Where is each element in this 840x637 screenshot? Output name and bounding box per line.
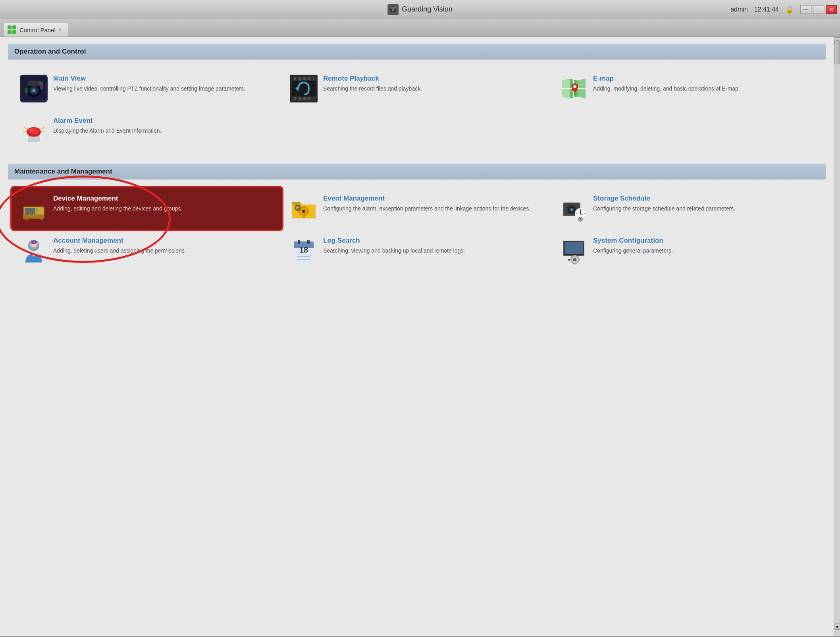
svg-point-15: [40, 83, 43, 90]
svg-rect-54: [25, 218, 28, 220]
svg-point-103: [573, 258, 576, 261]
svg-point-42: [30, 129, 33, 131]
svg-rect-21: [299, 77, 301, 80]
account-management-desc: Adding, deleting users and assigning the…: [53, 247, 274, 255]
log-search-title: Log Search: [323, 237, 544, 245]
remote-playback-text: Remote Playback Searching the record fil…: [323, 75, 544, 93]
svg-rect-5: [395, 7, 397, 8]
main-view-text: Main View Viewing live video, controllin…: [53, 75, 274, 93]
svg-rect-61: [302, 216, 305, 218]
tab-bar: Control Panel ×: [0, 19, 840, 37]
alarm-event-icon: [20, 117, 48, 145]
svg-point-3: [392, 9, 394, 11]
system-configuration-item[interactable]: System Configuration Configuring general…: [552, 230, 822, 272]
remote-playback-icon: [290, 75, 318, 102]
emap-title: E-map: [593, 75, 814, 83]
remote-playback-title: Remote Playback: [323, 75, 544, 83]
storage-schedule-item[interactable]: Storage Schedule Configuring the storage…: [552, 187, 822, 230]
svg-point-87: [31, 240, 37, 244]
svg-rect-55: [40, 218, 43, 220]
svg-rect-105: [574, 264, 576, 264]
app-title: Guarding Vision: [402, 5, 453, 14]
svg-point-83: [580, 218, 581, 220]
account-management-item[interactable]: Account Management Adding, deleting user…: [12, 230, 282, 272]
svg-point-59: [302, 210, 305, 213]
maintenance-items-grid: Device Management Adding, editing and de…: [8, 187, 826, 272]
svg-rect-50: [25, 208, 35, 214]
svg-rect-24: [313, 77, 314, 80]
system-configuration-desc: Configuring general parameters.: [593, 247, 814, 255]
svg-rect-91: [298, 240, 300, 244]
svg-rect-22: [303, 77, 306, 80]
storage-schedule-title: Storage Schedule: [593, 195, 814, 203]
svg-rect-23: [308, 77, 310, 80]
system-configuration-title: System Configuration: [593, 237, 814, 245]
log-search-desc: Searching, viewing and backing up local …: [323, 247, 544, 255]
device-management-icon: [20, 195, 48, 222]
title-bar-right: admin 12:41:44 🔒 — □ ✕: [730, 5, 837, 14]
svg-point-11: [33, 89, 35, 92]
storage-schedule-text: Storage Schedule Configuring the storage…: [593, 195, 814, 213]
scrollbar-down-button[interactable]: ▼: [834, 623, 840, 630]
svg-rect-47: [26, 137, 42, 138]
device-management-item[interactable]: Device Management Adding, editing and de…: [12, 187, 282, 230]
maintenance-header-text: Maintenance and Management: [14, 168, 112, 175]
maintenance-section: Maintenance and Management: [8, 164, 826, 272]
remote-playback-item[interactable]: Remote Playback Searching the record fil…: [282, 68, 552, 110]
scrollbar-thumb[interactable]: [834, 41, 840, 64]
svg-point-14: [25, 87, 28, 94]
title-bar: Guarding Vision admin 12:41:44 🔒 — □ ✕: [0, 0, 840, 19]
alarm-event-title: Alarm Event: [53, 117, 274, 125]
svg-rect-51: [36, 208, 38, 211]
system-time: 12:41:44: [754, 6, 779, 13]
scrollbar[interactable]: ▲ ▼: [834, 37, 840, 636]
svg-rect-28: [308, 97, 310, 100]
alarm-event-text: Alarm Event Displaying the Alarm and Eve…: [53, 117, 274, 135]
main-view-title: Main View: [53, 75, 274, 83]
svg-point-71: [571, 209, 572, 210]
app-icon: [387, 4, 399, 15]
event-management-desc: Configuring the alarm, exception paramet…: [323, 205, 544, 213]
log-search-text: Log Search Searching, viewing and backin…: [323, 237, 544, 255]
storage-schedule-desc: Configuring the storage schedule and rel…: [593, 205, 814, 213]
svg-line-45: [41, 127, 44, 129]
maximize-button[interactable]: □: [813, 5, 824, 14]
emap-item[interactable]: E-map Adding, modifying, deleting, and b…: [552, 68, 822, 110]
svg-point-41: [28, 127, 39, 135]
alarm-event-desc: Displaying the Alarm and Event Informati…: [53, 127, 274, 135]
emap-desc: Adding, modifying, deleting, and basic o…: [593, 85, 814, 93]
svg-rect-92: [307, 240, 310, 244]
control-panel-tab[interactable]: Control Panel ×: [3, 23, 68, 37]
alarm-event-item[interactable]: Alarm Event Displaying the Alarm and Eve…: [12, 110, 282, 152]
svg-text:18: 18: [299, 245, 308, 254]
svg-rect-12: [28, 81, 40, 86]
account-management-icon: [20, 237, 48, 264]
tab-close-button[interactable]: ×: [59, 27, 62, 33]
main-view-desc: Viewing live video, controlling PTZ func…: [53, 85, 274, 93]
svg-rect-63: [307, 210, 309, 212]
system-configuration-icon: [560, 237, 588, 264]
log-search-icon: 18: [290, 237, 318, 264]
main-area: Operation and Control: [0, 37, 840, 636]
svg-rect-106: [570, 259, 572, 261]
lock-icon[interactable]: 🔒: [785, 5, 794, 14]
event-management-icon: [290, 195, 318, 222]
tab-label: Control Panel: [19, 27, 56, 33]
svg-rect-27: [303, 97, 306, 100]
minimize-button[interactable]: —: [800, 5, 811, 14]
device-management-title: Device Management: [53, 195, 274, 203]
emap-icon: [560, 75, 588, 102]
emap-text: E-map Adding, modifying, deleting, and b…: [593, 75, 814, 93]
svg-rect-60: [302, 206, 305, 208]
tab-icon: [8, 25, 16, 34]
account-management-title: Account Management: [53, 237, 274, 245]
operation-header-text: Operation and Control: [14, 48, 86, 55]
svg-rect-107: [579, 259, 580, 261]
event-management-item[interactable]: Event Management Configuring the alarm, …: [282, 187, 552, 230]
storage-schedule-icon: [560, 195, 588, 222]
event-management-title: Event Management: [323, 195, 544, 203]
close-button[interactable]: ✕: [826, 5, 837, 14]
log-search-item[interactable]: 18 Log Search Searching, viewing and bac…: [282, 230, 552, 272]
main-view-item[interactable]: Main View Viewing live video, controllin…: [12, 68, 282, 110]
window-controls: — □ ✕: [800, 5, 837, 14]
